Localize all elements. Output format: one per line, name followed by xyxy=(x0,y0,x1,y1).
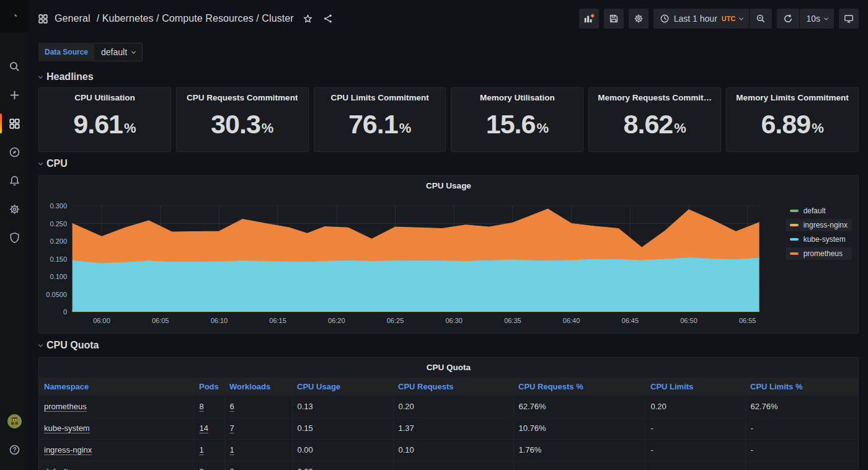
sidebar-item-server-admin[interactable] xyxy=(0,223,29,252)
help-circle-icon xyxy=(9,444,20,456)
legend-label: ingress-nginx xyxy=(804,221,848,229)
legend-item-kube-system[interactable]: kube-system xyxy=(786,233,852,246)
time-picker-group: Last 1 hour UTC xyxy=(653,9,773,29)
add-panel-button[interactable] xyxy=(579,9,599,29)
cpu-requests-cell: 1.37 xyxy=(393,417,513,439)
column-header-namespace[interactable]: Namespace xyxy=(39,378,194,396)
breadcrumb-dashboard-title[interactable]: / Kubernetes / Compute Resources / Clust… xyxy=(97,13,294,24)
stat-value: 76.1% xyxy=(348,102,411,151)
workloads-link[interactable]: 2 xyxy=(230,467,234,470)
stat-unit: % xyxy=(399,120,412,136)
svg-text:0.0500: 0.0500 xyxy=(46,291,67,298)
timezone-label: UTC xyxy=(722,15,736,22)
grafana-logo[interactable] xyxy=(0,0,29,32)
sidebar-item-help[interactable] xyxy=(0,435,29,464)
cpu-usage-cell: 0.13 xyxy=(292,396,393,417)
stat-unit: % xyxy=(536,120,549,136)
cpu-usage-chart[interactable]: 00.05000.1000.1500.2000.2500.30006:0006:… xyxy=(39,176,858,333)
panel-title[interactable]: CPU Quota xyxy=(39,358,858,378)
column-header-cpu-requests-pct[interactable]: CPU Requests % xyxy=(513,378,645,396)
save-dashboard-button[interactable] xyxy=(604,9,624,29)
panel-title[interactable]: CPU Utilisation xyxy=(74,88,135,102)
column-header-cpu-limits[interactable]: CPU Limits xyxy=(645,378,745,396)
section-headlines[interactable]: Headlines xyxy=(38,65,859,87)
sidebar-item-search[interactable] xyxy=(0,52,29,81)
cpu-quota-table: Namespace Pods Workloads CPU Usage CPU R… xyxy=(39,378,859,470)
table-row: default 2 2 0.00 - - - - xyxy=(39,461,859,470)
cpu-requests-cell: 0.20 xyxy=(393,396,513,417)
kiosk-mode-button[interactable] xyxy=(839,9,859,29)
refresh-button[interactable] xyxy=(777,9,799,29)
gear-icon xyxy=(634,14,644,24)
panel-title[interactable]: CPU Requests Commitment xyxy=(187,88,298,102)
namespace-link[interactable]: prometheus xyxy=(44,402,87,411)
dashboard-settings-button[interactable] xyxy=(629,9,649,29)
panel-title[interactable]: Memory Limits Commitment xyxy=(736,88,849,102)
stat-value: 6.89% xyxy=(761,102,823,151)
cpu-requests-cell: - xyxy=(393,461,513,470)
stat-unit: % xyxy=(674,120,686,136)
column-header-cpu-requests[interactable]: CPU Requests xyxy=(393,378,513,396)
column-header-pods[interactable]: Pods xyxy=(194,378,224,396)
column-header-cpu-limits-pct[interactable]: CPU Limits % xyxy=(745,378,859,396)
cpu-limits-pct-cell: 62.76% xyxy=(745,396,859,417)
sidebar-item-profile[interactable] xyxy=(0,407,29,435)
sidebar-item-create[interactable] xyxy=(0,81,29,109)
pods-link[interactable]: 2 xyxy=(200,467,204,470)
namespace-link[interactable]: default xyxy=(44,467,68,470)
panel-title[interactable]: CPU Limits Commitment xyxy=(330,88,428,102)
zoom-out-icon xyxy=(756,14,766,24)
panel-title[interactable]: Memory Utilisation xyxy=(480,88,555,102)
svg-text:0: 0 xyxy=(63,308,67,316)
pods-link[interactable]: 8 xyxy=(200,402,204,411)
share-icon[interactable] xyxy=(323,14,333,24)
datasource-label: Data Source xyxy=(38,43,94,61)
headline-stats-row: CPU Utilisation 9.61% CPU Requests Commi… xyxy=(38,87,859,152)
legend-item-default[interactable]: default xyxy=(786,205,852,217)
stat-unit: % xyxy=(812,120,824,136)
pods-link[interactable]: 14 xyxy=(200,423,208,433)
pods-link[interactable]: 1 xyxy=(200,445,204,454)
stat-number: 30.3 xyxy=(211,109,260,140)
section-title: CPU xyxy=(46,158,68,169)
table-row: prometheus 8 6 0.13 0.20 62.76% 0.20 62.… xyxy=(39,396,859,417)
namespace-link[interactable]: kube-system xyxy=(44,423,90,433)
time-range-label: Last 1 hour xyxy=(674,14,717,24)
workloads-link[interactable]: 7 xyxy=(230,423,234,433)
svg-text:0.200: 0.200 xyxy=(50,237,67,245)
section-cpu[interactable]: CPU xyxy=(38,152,859,174)
star-icon[interactable] xyxy=(303,14,313,24)
section-cpu-quota[interactable]: CPU Quota xyxy=(38,334,859,356)
table-header-row: Namespace Pods Workloads CPU Usage CPU R… xyxy=(39,378,859,396)
workloads-link[interactable]: 1 xyxy=(230,445,234,454)
namespace-link[interactable]: ingress-nginx xyxy=(44,445,92,454)
column-header-cpu-usage[interactable]: CPU Usage xyxy=(292,378,393,396)
cpu-limits-pct-cell: - xyxy=(745,461,859,470)
datasource-select[interactable]: default xyxy=(94,43,143,61)
compass-icon xyxy=(9,146,20,158)
sidebar-item-dashboards[interactable] xyxy=(0,109,29,138)
kiosk-tv-icon xyxy=(844,14,854,24)
grid-icon[interactable] xyxy=(38,14,48,24)
panel-title[interactable]: Memory Requests Commit… xyxy=(598,88,712,102)
legend-item-prometheus[interactable]: prometheus xyxy=(786,247,852,260)
workloads-link[interactable]: 6 xyxy=(230,402,234,411)
svg-text:06:00: 06:00 xyxy=(93,317,110,324)
legend-color-marker xyxy=(790,210,799,212)
dashboard-submenu: Data Source default xyxy=(29,37,868,65)
gear-icon xyxy=(9,203,20,215)
sidebar-item-explore[interactable] xyxy=(0,138,29,166)
legend-color-marker xyxy=(790,252,799,255)
column-header-workloads[interactable]: Workloads xyxy=(224,378,292,396)
chevron-down-icon xyxy=(38,342,43,347)
sidebar-item-alerting[interactable] xyxy=(0,166,29,195)
legend-item-ingress-nginx[interactable]: ingress-nginx xyxy=(786,219,852,231)
refresh-interval-picker[interactable]: 10s xyxy=(799,9,834,29)
stat-unit: % xyxy=(262,120,274,136)
topbar: General / Kubernetes / Compute Resources… xyxy=(29,0,868,37)
sidebar-item-configuration[interactable] xyxy=(0,195,29,223)
dashboard-content: Headlines CPU Utilisation 9.61% CPU Requ… xyxy=(29,65,868,470)
time-range-picker[interactable]: Last 1 hour UTC xyxy=(653,9,750,29)
zoom-out-time-button[interactable] xyxy=(749,9,772,29)
breadcrumb-folder[interactable]: General xyxy=(55,13,91,24)
